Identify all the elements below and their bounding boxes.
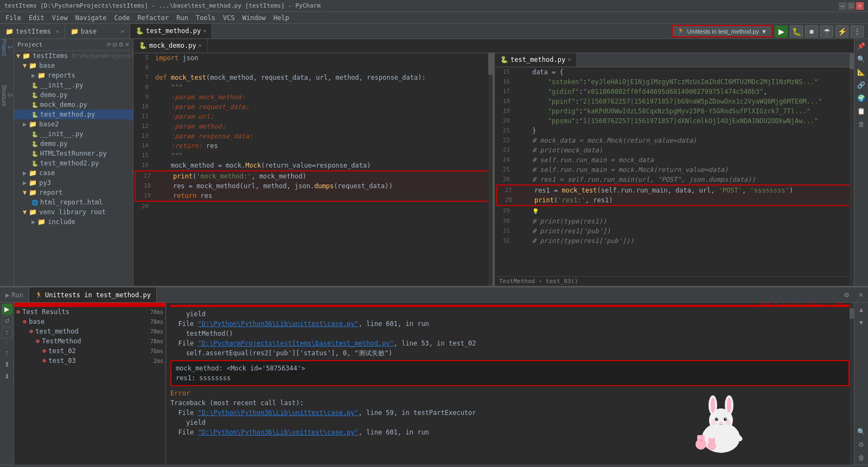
bottom-close-button[interactable]: ✕ — [854, 287, 868, 302]
svg-point-8 — [717, 418, 718, 419]
code-line: 20 — [133, 202, 493, 212]
test-item-TestMethod[interactable]: ⊗ TestMethod 78ms — [14, 336, 165, 346]
test-item-base[interactable]: ⊗ base 78ms — [14, 317, 165, 327]
tree-base[interactable]: ▼ 📁 base — [14, 61, 133, 71]
tree-case[interactable]: ▶ 📁 case — [14, 168, 133, 178]
tree-base2-init[interactable]: 🐍 __init__.py — [14, 129, 133, 139]
right-scrollbar-thumb[interactable] — [850, 53, 854, 69]
close-button[interactable]: ✕ — [856, 2, 864, 10]
maximize-button[interactable]: □ — [847, 2, 855, 10]
menu-help[interactable]: Help — [270, 13, 292, 23]
run-config-button[interactable]: 🏃 Unittests in test_method.py ▼ — [672, 25, 773, 37]
code-line: 20 "ppsmu":"1|1560762257|1561971857|dXNl… — [495, 116, 854, 126]
menu-refactor[interactable]: Refactor — [134, 13, 172, 23]
right-tool-6[interactable]: 📋 — [856, 105, 867, 117]
editor-tab-mock-demo[interactable]: 🐍 mock_demo.py ✕ — [133, 39, 208, 53]
tree-mock-demo-py[interactable]: 🐍 mock_demo.py — [14, 100, 133, 110]
menu-tools[interactable]: Tools — [193, 13, 219, 23]
test-status: All 2 tests failed - 78ms — [760, 303, 850, 309]
menu-window[interactable]: Window — [239, 13, 269, 23]
right-tool-7[interactable]: 🗑 — [856, 118, 867, 130]
sidebar-collapse-button[interactable]: ⊟ — [112, 41, 117, 48]
console-tool-1[interactable]: 🔍 — [856, 426, 867, 438]
minimize-button[interactable]: ─ — [839, 2, 846, 10]
tree-testItems[interactable]: ▼ 📁 testItems D:\PycharmProjects\testIte… — [14, 51, 133, 61]
console-scrollbar[interactable] — [850, 303, 854, 465]
right-tool-5[interactable]: 🌍 — [856, 92, 867, 104]
sidebar-sync-button[interactable]: ⟳ — [106, 41, 111, 48]
tree-report[interactable]: ▼ 📁 report — [14, 188, 133, 197]
run-export-button[interactable]: ⬆ — [2, 359, 12, 370]
close-icon[interactable]: ✕ — [567, 56, 571, 62]
run-profile-button[interactable]: ⚡ — [835, 25, 848, 37]
menu-navigate[interactable]: Navigate — [72, 13, 110, 23]
console-scroll-up[interactable]: ▲ — [856, 304, 867, 316]
tab-test-method[interactable]: 🐍 test_method.py ✕ — [130, 24, 212, 39]
menu-file[interactable]: File — [2, 13, 24, 23]
tab-testItems[interactable]: 📁 testItems ✕ — [0, 24, 65, 39]
run-import-button[interactable]: ⬇ — [2, 371, 12, 382]
right-tool-4[interactable]: 🔗 — [856, 79, 867, 91]
tree-include[interactable]: ▶ 📁 include — [14, 217, 133, 227]
left-scrollbar[interactable] — [488, 53, 493, 286]
bottom-tab-unittests[interactable]: 🏃 Unittests in test_method.py — [29, 287, 157, 302]
test-item-test02[interactable]: ⊗ test_02 76ms — [14, 346, 165, 356]
right-tool-3[interactable]: 📐 — [856, 66, 867, 78]
menu-run[interactable]: Run — [173, 13, 192, 23]
run-rerun-button[interactable]: ↺ — [2, 316, 12, 327]
left-editor-panel[interactable]: 5 import json 6 7 def mock_test(mock_met… — [133, 53, 493, 286]
tree-html-report[interactable]: 🌐 html_report.html — [14, 197, 133, 207]
tree-test-method-py[interactable]: 🐍 test_method.py — [14, 110, 133, 119]
console-scrollbar-thumb[interactable] — [850, 308, 854, 319]
console-link[interactable]: "D:\Python\Python36\Lib\unittest\case.py… — [198, 409, 359, 417]
py-file-icon: 🐍 — [31, 141, 38, 147]
console-tool-2[interactable]: ⚙ — [856, 439, 867, 451]
tree-base2[interactable]: ▶ 📁 base2 — [14, 119, 133, 129]
console-link[interactable]: "D:\Python\Python36\Lib\unittest\case.py… — [198, 428, 359, 436]
tree-init-py[interactable]: 🐍 __init__.py — [14, 80, 133, 90]
menu-edit[interactable]: Edit — [25, 13, 48, 23]
left-scrollbar-thumb[interactable] — [488, 53, 493, 75]
right-scrollbar[interactable] — [850, 53, 854, 286]
run-stop-button[interactable]: ■ — [805, 25, 818, 37]
structure-view-button[interactable]: 2: Structure — [1, 89, 14, 102]
editor-tab-test-method[interactable]: 🐍 test_method.py ✕ — [495, 53, 577, 67]
run-debug-button[interactable]: 🐛 — [790, 25, 803, 37]
bottom-tab-run[interactable]: ▶ Run — [0, 287, 29, 302]
run-coverage-button[interactable]: ☂ — [820, 25, 833, 37]
tree-test-method2[interactable]: 🐍 test_method2.py — [14, 158, 133, 168]
console-tool-3[interactable]: 🗑 — [856, 452, 867, 464]
project-view-button[interactable]: 1: Project — [1, 41, 14, 54]
menu-code[interactable]: Code — [111, 13, 133, 23]
test-item-test-method[interactable]: ⊗ test_method 78ms — [14, 327, 165, 336]
run-sort-button[interactable]: ↕ — [2, 347, 12, 358]
test-item-results[interactable]: ⊗ Test Results 78ms — [14, 307, 165, 317]
run-more-button[interactable]: ⋮ — [851, 25, 864, 37]
bottom-settings-button[interactable]: ⚙ — [839, 287, 854, 302]
close-icon[interactable]: ✕ — [199, 42, 202, 48]
tree-reports[interactable]: ▶ 📁 reports — [14, 71, 133, 80]
menu-view[interactable]: View — [49, 13, 71, 23]
console-output[interactable]: All 2 tests failed - 78ms yield File "D:… — [166, 303, 854, 465]
tree-py3[interactable]: ▶ 📁 py3 — [14, 178, 133, 188]
run-play-button[interactable]: ▶ — [775, 25, 788, 37]
tree-venv[interactable]: ▼ 📁 venv library root — [14, 207, 133, 217]
menu-vcs[interactable]: VCS — [220, 13, 238, 23]
test-item-test03[interactable]: ⊗ test_03 2ms — [14, 356, 165, 366]
sidebar-close-button[interactable]: ✕ — [125, 41, 130, 48]
tree-base2-demo[interactable]: 🐍 demo.py — [14, 139, 133, 149]
run-filter-button[interactable]: ⊤ — [2, 328, 12, 338]
console-link[interactable]: "D:\Python\Python36\Lib\unittest\case.py… — [198, 320, 359, 328]
sidebar-settings-button[interactable]: ⚙ — [118, 41, 124, 48]
right-tool-2[interactable]: 🔍 — [856, 53, 867, 65]
tab-base[interactable]: 📁 base ✕ — [65, 24, 130, 39]
run-start-button[interactable]: ▶ — [2, 304, 12, 315]
tree-htmltestrunner[interactable]: 🐍 HTMLTestRunner.py — [14, 149, 133, 158]
right-tool-1[interactable]: 📌 — [856, 40, 867, 52]
right-editor-panel[interactable]: 🐍 test_method.py ✕ 15 data = { 16 "sstok… — [495, 53, 854, 286]
console-scroll-down[interactable]: ▼ — [856, 317, 867, 329]
title-text: testItems [D:\PycharmProjects\testItems]… — [4, 2, 321, 9]
console-link[interactable]: "D:\PycharmProjects\testItems\base\test_… — [198, 340, 394, 347]
fail-icon: ⊗ — [23, 318, 27, 325]
tree-demo-py[interactable]: 🐍 demo.py — [14, 90, 133, 100]
